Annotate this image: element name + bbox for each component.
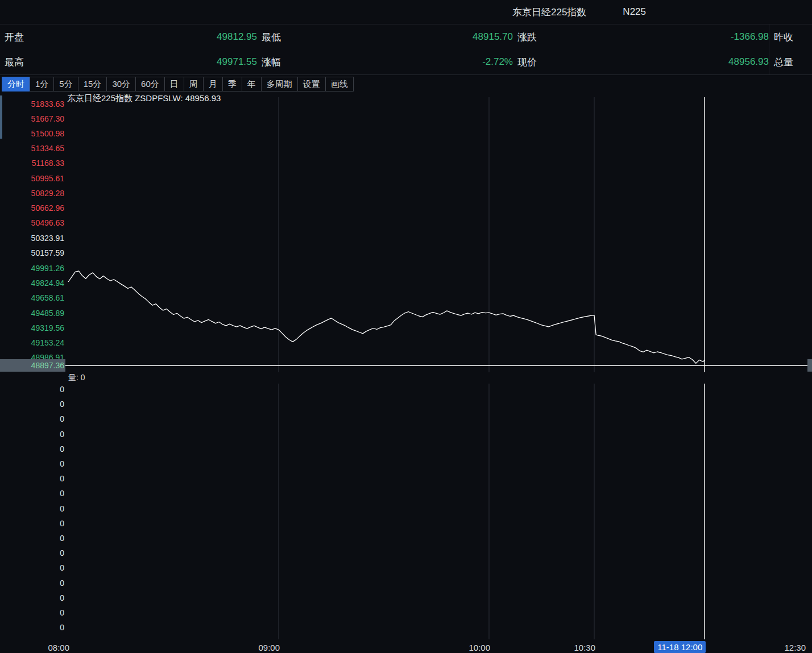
tab-year[interactable]: 年 xyxy=(242,77,262,91)
tab-month[interactable]: 月 xyxy=(203,77,223,91)
change-pct-value: -2.72% xyxy=(314,49,513,74)
open-label: 开盘 xyxy=(0,24,51,49)
tab-settings[interactable]: 设置 xyxy=(297,77,326,91)
tab-1min[interactable]: 1分 xyxy=(30,77,54,91)
tab-60min[interactable]: 60分 xyxy=(135,77,165,91)
high-value: 49971.55 xyxy=(51,49,257,74)
price-chart-svg[interactable] xyxy=(0,93,812,653)
change-pct-label: 涨幅 xyxy=(257,49,314,74)
tab-draw-line[interactable]: 画线 xyxy=(325,77,354,91)
last-price-label: 现价 xyxy=(513,49,570,74)
tab-quarter[interactable]: 季 xyxy=(222,77,242,91)
low-label: 最低 xyxy=(257,24,314,49)
low-value: 48915.70 xyxy=(314,24,513,49)
tab-15min[interactable]: 15分 xyxy=(78,77,107,91)
tab-day[interactable]: 日 xyxy=(164,77,184,91)
volume-indicator-label: 量: 0 xyxy=(68,373,85,383)
quote-panel: 开盘 49812.95 最低 48915.70 涨跌 -1366.98 昨收 最… xyxy=(0,24,812,75)
change-value: -1366.98 xyxy=(570,24,769,49)
open-value: 49812.95 xyxy=(51,24,257,49)
chart-region[interactable]: 51833.6351667.3051500.9851334.6551168.33… xyxy=(0,93,812,653)
prev-close-label: 昨收 xyxy=(769,24,812,49)
window-header: 东京日经225指数 N225 xyxy=(0,0,812,24)
tab-30min[interactable]: 30分 xyxy=(106,77,136,91)
period-tab-bar: 分时 1分 5分 15分 30分 60分 日 周 月 季 年 多周期 设置 画线 xyxy=(0,75,812,93)
tab-timeshare[interactable]: 分时 xyxy=(2,77,30,91)
high-label: 最高 xyxy=(0,49,51,74)
index-symbol: N225 xyxy=(623,6,646,18)
price-line xyxy=(68,271,705,364)
index-title: 东京日经225指数 xyxy=(512,6,586,19)
tab-5min[interactable]: 5分 xyxy=(53,77,78,91)
last-price-value: 48956.93 xyxy=(570,49,769,74)
tab-multi-period[interactable]: 多周期 xyxy=(261,77,298,91)
scrollbar-thumb[interactable] xyxy=(0,95,2,139)
change-label: 涨跌 xyxy=(513,24,570,49)
right-price-tag xyxy=(807,359,812,372)
total-volume-label: 总量 xyxy=(769,49,812,74)
chart-overlay-title: 东京日经225指数 ZSDPFSLW: 48956.93 xyxy=(67,93,221,104)
tab-week[interactable]: 周 xyxy=(184,77,204,91)
